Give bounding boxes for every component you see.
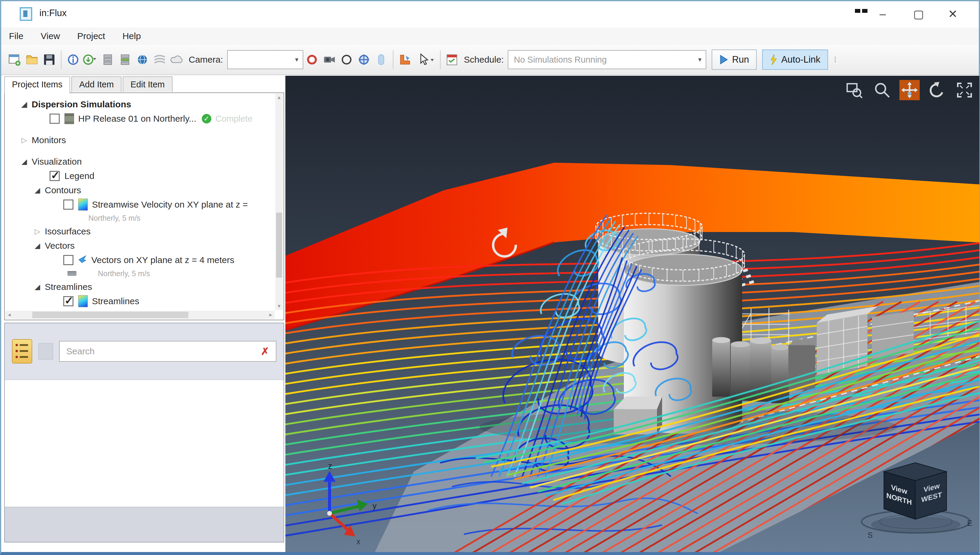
- vector-arrow-icon: [78, 254, 87, 266]
- scroll-left-icon[interactable]: ◄: [5, 311, 13, 319]
- expander-icon[interactable]: ▷: [21, 136, 32, 144]
- scroll-up-icon[interactable]: ▲: [275, 94, 283, 101]
- schedule-label: Schedule:: [464, 55, 504, 65]
- panel-footer: [5, 507, 283, 542]
- toolbar-overflow[interactable]: ⁞: [834, 55, 836, 64]
- new-project-button[interactable]: [6, 49, 23, 71]
- autolink-button[interactable]: Auto-Link: [762, 50, 828, 70]
- tree-group-vectors[interactable]: ◢ Vectors: [5, 239, 275, 253]
- dock-indicator-icon: [855, 9, 860, 13]
- clear-search-icon[interactable]: ✗: [261, 345, 270, 357]
- filter-button[interactable]: [38, 343, 53, 360]
- compass-east-label: E: [967, 519, 972, 528]
- status-badge: ✓ Complete: [202, 114, 253, 124]
- list-view-button[interactable]: [12, 339, 32, 364]
- tree-item-vectors-xy[interactable]: Vectors on XY plane at z = 4 meters: [5, 253, 275, 267]
- tree-vertical-scrollbar[interactable]: ▲ ▼: [275, 94, 283, 310]
- open-project-button[interactable]: [23, 49, 40, 71]
- left-panel: Project Items Add Item Edit Item ◢ Dispe…: [4, 76, 284, 542]
- rotate-button[interactable]: [927, 80, 947, 100]
- zoom-button[interactable]: [872, 80, 892, 100]
- visibility-checkbox[interactable]: [50, 114, 60, 124]
- schedule-combobox[interactable]: No Simulations Running▾: [508, 50, 706, 69]
- slider-mini-icon: [68, 271, 76, 276]
- tree-group-isosurfaces[interactable]: ▷ Isosurfaces: [5, 224, 275, 239]
- tab-project-items[interactable]: Project Items: [4, 76, 70, 94]
- tree-group-contours[interactable]: ◢ Contours: [5, 183, 275, 197]
- simulation-icon: [64, 113, 74, 124]
- tree-item-hp-release[interactable]: HP Release 01 on Northerly... ✓ Complete: [5, 112, 275, 126]
- tree-group-dispersion-simulations[interactable]: ◢ Dispersion Simulations: [5, 97, 275, 112]
- title-bar: in:Flux – ▢ ✕: [1, 1, 979, 27]
- close-button[interactable]: ✕: [938, 4, 967, 24]
- expander-icon[interactable]: ◢: [21, 100, 32, 109]
- tab-add-item[interactable]: Add Item: [71, 76, 121, 92]
- tree-group-streamlines[interactable]: ◢ Streamlines: [5, 280, 275, 294]
- export-results-button[interactable]: [82, 49, 99, 71]
- item-list-panel: Search ✗: [4, 323, 284, 542]
- camera-combobox[interactable]: ▾: [227, 50, 303, 69]
- play-icon: [719, 55, 728, 65]
- tree-subtext: Northerly, 5 m/s: [5, 212, 275, 224]
- pan-button[interactable]: [900, 80, 920, 100]
- cfd-scene[interactable]: z y x View NORTH View WEST: [285, 76, 979, 552]
- streamline-gradient-icon: [78, 295, 88, 307]
- zoom-window-button[interactable]: [845, 80, 865, 100]
- globe-button[interactable]: [134, 49, 151, 71]
- tree-item-streamlines[interactable]: Streamlines: [5, 294, 275, 308]
- chevron-down-icon: ▾: [291, 56, 303, 64]
- wind-button[interactable]: [151, 49, 168, 71]
- scroll-right-icon[interactable]: ►: [267, 311, 275, 319]
- visibility-checkbox[interactable]: [63, 255, 73, 265]
- project-tree: ◢ Dispersion Simulations HP Release 01 o…: [4, 93, 284, 320]
- save-button[interactable]: [40, 49, 58, 71]
- record-view-button[interactable]: [303, 49, 320, 71]
- terrain-rack-button[interactable]: [116, 49, 134, 71]
- run-button[interactable]: Run: [712, 50, 757, 70]
- compass-south-label: S: [867, 531, 872, 539]
- schedule-icon: [444, 49, 461, 71]
- geometry-rack-button[interactable]: [99, 49, 116, 71]
- menu-file[interactable]: File: [9, 31, 23, 41]
- expander-icon[interactable]: ◢: [35, 186, 45, 194]
- tree-subtext: Northerly, 5 m/s: [5, 267, 275, 280]
- tab-edit-item[interactable]: Edit Item: [123, 76, 172, 92]
- menu-project[interactable]: Project: [77, 31, 105, 41]
- lightning-icon: [770, 54, 777, 65]
- scrollbar-thumb[interactable]: [32, 312, 188, 318]
- expander-icon[interactable]: ◢: [35, 283, 45, 291]
- camera-label: Camera:: [189, 55, 223, 65]
- minimize-button[interactable]: –: [868, 4, 897, 24]
- select-cursor-button[interactable]: [414, 49, 437, 71]
- camera-capture-button[interactable]: [320, 49, 338, 71]
- expander-icon[interactable]: ▷: [35, 227, 45, 236]
- tree-group-visualization[interactable]: ◢ Visualization: [5, 154, 275, 169]
- expander-icon[interactable]: ◢: [21, 157, 32, 166]
- axis-y-label: y: [373, 501, 377, 510]
- cloud-button[interactable]: [168, 49, 186, 71]
- measure-tool-button[interactable]: [396, 49, 414, 71]
- tree-group-monitors[interactable]: ▷ Monitors: [5, 133, 275, 147]
- expander-icon[interactable]: ◢: [35, 242, 45, 250]
- main-toolbar: Camera: ▾ Schedule: No Simulations Runni…: [1, 45, 979, 75]
- maximize-button[interactable]: ▢: [904, 4, 933, 24]
- info-button[interactable]: [64, 49, 82, 71]
- app-icon: [20, 7, 32, 21]
- panel-tabs: Project Items Add Item Edit Item: [4, 76, 174, 93]
- scrollbar-thumb[interactable]: [276, 213, 282, 278]
- visibility-checkbox[interactable]: [63, 199, 73, 210]
- menu-view[interactable]: View: [40, 31, 60, 41]
- search-input[interactable]: Search ✗: [59, 341, 277, 362]
- tree-item-legend[interactable]: Legend: [5, 169, 275, 183]
- fullscreen-button[interactable]: [954, 80, 975, 100]
- menu-help[interactable]: Help: [122, 31, 141, 41]
- tree-horizontal-scrollbar[interactable]: ◄ ►: [5, 311, 275, 319]
- column-probe-button[interactable]: [373, 49, 390, 71]
- visibility-checkbox[interactable]: [50, 171, 60, 181]
- visibility-checkbox[interactable]: [63, 296, 73, 306]
- circle-view-button[interactable]: [338, 49, 355, 71]
- viewport-3d[interactable]: z y x View NORTH View WEST: [285, 76, 979, 552]
- scroll-down-icon[interactable]: ▼: [275, 302, 283, 310]
- target-view-button[interactable]: [355, 49, 373, 71]
- tree-item-streamwise-velocity[interactable]: Streamwise Velocity on XY plane at z =: [5, 197, 275, 212]
